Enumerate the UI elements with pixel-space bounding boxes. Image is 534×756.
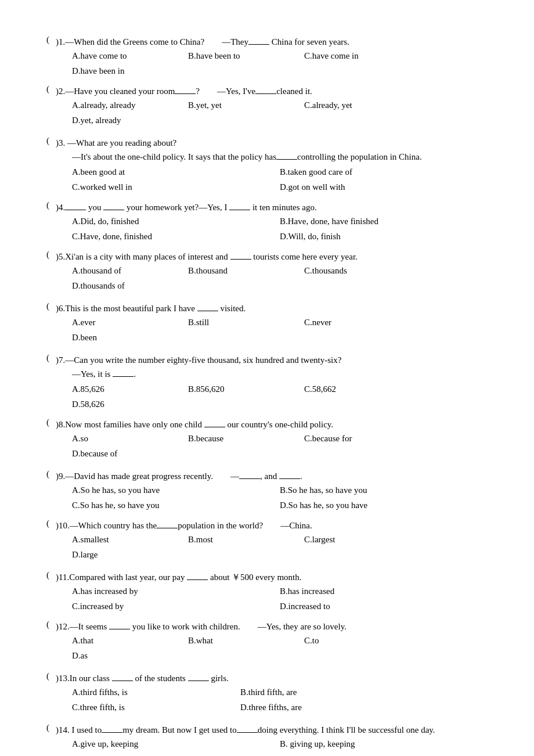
q8-content: )8.Now most families have only one child… [56,417,488,465]
q1-optD: D.have been in [72,64,182,79]
q11-options: A.has increased by B.has increased C.inc… [72,584,488,614]
paren-left-6: ( [46,301,55,311]
q3-optA: A.been good at [72,165,274,180]
paren-left-3: ( [46,136,55,146]
q3-optC: C.worked well in [72,180,274,195]
q14-options: A.give up, keeping B. giving up, keeping… [72,737,488,756]
q12-options: A.that B.what C.to D.as [72,633,488,663]
q1-optC: C.have come in [304,49,414,64]
q3-content: )3. —What are you reading about? —It's a… [56,136,488,198]
question-8: ( )8.Now most families have only one chi… [46,417,488,465]
q7-continuation: —Yes, it is . [72,367,488,381]
q4-content: )4. you your homework yet?—Yes, I it ten… [56,200,488,247]
paren-left-7: ( [46,353,55,363]
paren-left-12: ( [46,620,55,629]
q7-blank [113,376,134,377]
q10-options: A.smallest B.most C.largest D.large [72,532,488,562]
q1-stem: )1.—When did the Greens come to China? —… [56,35,488,49]
q7-options: A.85,626 B.856,620 C.58,662 D.58,626 [72,382,488,412]
q10-optD: D.large [72,548,182,563]
q11-optC: C.increased by [72,599,274,614]
question-12: ( )12.—It seems you like to work with ch… [46,620,488,667]
q7-optD: D.58,626 [72,397,182,412]
q2-optC: C.already, yet [304,98,414,113]
q5-content: )5.Xi'an is a city with many places of i… [56,250,488,297]
q12-optC: C.to [304,633,414,649]
paren-left-1: ( [46,35,55,45]
q7-optB: B.856,620 [188,382,298,397]
q8-optA: A.so [72,431,182,447]
question-3: ( )3. —What are you reading about? —It's… [46,136,488,198]
q11-optD: D.increased to [280,599,482,614]
q4-optD: D.Will, do, finish [280,229,482,244]
q14-optD: D. give up, keep [280,752,482,757]
q2-optB: B.yet, yet [188,98,298,113]
question-10: ( )10.—Which country has thepopulation i… [46,519,488,566]
q2-stem: )2.—Have you cleaned your room? —Yes, I'… [56,84,488,98]
q5-optA: A.thousand of [72,264,182,279]
q8-optB: B.because [188,431,298,447]
question-6: ( )6.This is the most beautiful park I h… [46,301,488,348]
q5-optB: B.thousand [188,264,298,279]
q4-blank1 [65,210,86,210]
q6-optA: A.ever [72,315,182,330]
q13-optB: B.third fifth, are [240,685,403,700]
paren-left-8: ( [46,417,55,427]
q11-blank [187,579,208,580]
q10-optC: C.largest [304,532,414,548]
question-1: ( )1.—When did the Greens come to China?… [46,35,488,82]
q9-optA: A.So he has, so you have [72,483,274,498]
exam-content: ( )1.—When did the Greens come to China?… [46,35,488,756]
q4-optA: A.Did, do, finished [72,214,274,229]
q5-blank [230,259,251,260]
q12-optB: B.what [188,633,298,649]
question-13: ( )13.In our class of the students girls… [46,671,488,718]
q12-stem: )12.—It seems you like to work with chil… [56,620,488,633]
paren-left-5: ( [46,250,55,260]
q4-optB: B.Have, done, have finished [280,214,482,229]
q13-blank2 [188,681,209,681]
q12-content: )12.—It seems you like to work with chil… [56,620,488,667]
q7-optA: A.85,626 [72,382,182,397]
q13-optC: C.three fifth, is [72,700,234,715]
question-2: ( )2.—Have you cleaned your room? —Yes, … [46,84,488,131]
q9-options: A.So he has, so you have B.So he has, so… [72,483,488,513]
q9-blank2 [279,478,300,479]
q5-optD: D.thousands of [72,279,182,294]
q4-options: A.Did, do, finished B.Have, done, have f… [72,214,488,244]
q8-stem: )8.Now most families have only one child… [56,417,488,431]
q13-blank1 [112,681,133,681]
paren-left-10: ( [46,519,55,528]
q13-optD: D.three fifths, are [240,700,403,715]
q6-content: )6.This is the most beautiful park I hav… [56,301,488,348]
q3-options: A.been good at B.taken good care of C.wo… [72,165,488,195]
question-14: ( )14. I used tomy dream. But now I get … [46,723,488,756]
q3-blank [276,159,297,160]
q1-options: A.have come to B.have been to C.have com… [72,49,488,78]
q10-optA: A.smallest [72,532,182,548]
q13-options: A.third fifths, is B.third fifth, are C.… [72,685,488,715]
q11-stem: )11.Compared with last year, our pay abo… [56,570,488,584]
q2-blank2 [255,93,276,94]
q3-optD: D.got on well with [280,180,482,195]
question-5: ( )5.Xi'an is a city with many places of… [46,250,488,297]
q7-stem: )7.—Can you write the number eighty-five… [56,353,488,367]
q6-blank [197,311,218,311]
q3-optB: B.taken good care of [280,165,482,180]
q2-content: )2.—Have you cleaned your room? —Yes, I'… [56,84,488,131]
q2-options: A.already, already B.yet, yet C.already,… [72,98,488,128]
q1-blank [248,44,269,45]
q9-optD: D.So has he, so you have [280,498,482,513]
paren-left-4: ( [46,200,55,210]
q6-optB: B.still [188,315,298,330]
q4-optC: C.Have, done, finished [72,229,274,244]
q8-blank [204,427,225,427]
question-11: ( )11.Compared with last year, our pay a… [46,570,488,617]
paren-left-14: ( [46,723,55,733]
q14-optB: B. giving up, keeping [280,737,482,752]
q7-optC: C.58,662 [304,382,414,397]
q3-stem: )3. —What are you reading about? [56,136,488,150]
q11-optB: B.has increased [280,584,482,599]
question-7: ( )7.—Can you write the number eighty-fi… [46,353,488,415]
q10-optB: B.most [188,532,298,548]
